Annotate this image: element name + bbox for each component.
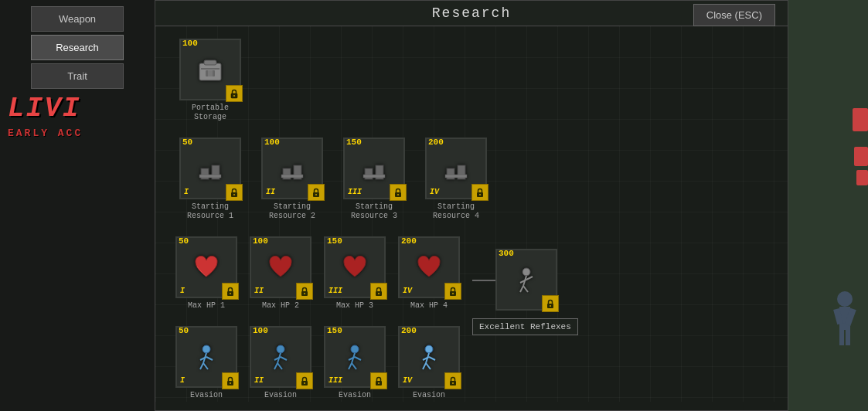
item-evasion-2[interactable]: 100 II xyxy=(250,326,311,400)
evasion-1-icon xyxy=(187,338,226,376)
item-max-hp-3[interactable]: 150 III Max HP 3 xyxy=(324,236,386,311)
item-starting-resource-4[interactable]: 200 IV xyxy=(421,138,491,221)
svg-point-58 xyxy=(304,382,305,384)
weapon-nav-button[interactable]: Weapon xyxy=(31,6,124,32)
item-max-hp-2[interactable]: 100 II Max HP 2 xyxy=(250,236,311,311)
item-card-sr4[interactable]: 200 IV xyxy=(425,138,487,199)
lock-icon-ev4 xyxy=(444,372,461,389)
research-content[interactable]: 100 xyxy=(155,26,788,402)
svg-line-48 xyxy=(206,357,213,360)
item-label-hp4: Max HP 4 xyxy=(410,301,448,311)
item-portable-storage[interactable]: 100 xyxy=(175,39,245,122)
svg-point-67 xyxy=(425,345,433,353)
lock-icon-ev3 xyxy=(370,372,387,389)
lock-icon-ev2 xyxy=(296,372,313,389)
research-title: Research xyxy=(432,5,511,21)
world-detail-3 xyxy=(856,170,868,185)
svg-point-75 xyxy=(837,291,853,307)
world-detail-2 xyxy=(854,147,868,166)
svg-point-35 xyxy=(523,268,530,276)
portable-storage-row: 100 xyxy=(168,39,775,122)
item-card-ev1[interactable]: 50 I xyxy=(175,326,237,388)
item-label-sr4: Starting Resource 4 xyxy=(421,202,491,221)
svg-rect-19 xyxy=(363,175,385,178)
item-label-ev4: Evasion xyxy=(413,391,445,400)
svg-rect-24 xyxy=(445,175,467,178)
svg-point-30 xyxy=(304,293,305,294)
item-card-hp3[interactable]: 150 III xyxy=(324,236,386,298)
lock-icon-reflexes xyxy=(542,295,559,312)
svg-point-51 xyxy=(277,345,284,353)
svg-point-11 xyxy=(233,194,235,195)
connector-hp4-reflexes xyxy=(472,280,495,281)
item-evasion-4[interactable]: 200 IV xyxy=(398,326,460,400)
svg-point-74 xyxy=(452,382,454,384)
right-world-panel xyxy=(787,0,868,411)
item-max-hp-4[interactable]: 200 IV Max HP 4 xyxy=(398,236,460,311)
evasion-3-icon xyxy=(335,338,374,376)
item-card-sr3[interactable]: 150 III xyxy=(343,138,405,199)
item-card-portable-storage[interactable]: 100 xyxy=(179,39,241,100)
item-starting-resource-1[interactable]: 50 I xyxy=(175,138,245,221)
item-evasion-3[interactable]: 150 III xyxy=(324,326,386,400)
svg-rect-2 xyxy=(201,68,220,70)
max-hp-row: 50 I xyxy=(168,236,775,311)
svg-point-59 xyxy=(351,345,359,353)
lock-icon-sr4 xyxy=(471,184,488,201)
svg-line-62 xyxy=(352,363,356,369)
lock-icon-sr2 xyxy=(308,184,325,201)
excellent-reflexes-tooltip: Excellent Reflexes xyxy=(472,318,578,335)
game-title: LIVI xyxy=(0,93,155,124)
svg-rect-80 xyxy=(846,330,850,345)
svg-line-56 xyxy=(281,357,287,360)
world-detail-1 xyxy=(853,108,868,131)
maxhp-3-icon xyxy=(335,248,374,287)
trait-nav-button[interactable]: Trait xyxy=(31,63,124,89)
item-max-hp-1[interactable]: 50 I xyxy=(175,236,237,311)
lock-icon-hp2 xyxy=(296,283,313,300)
svg-point-28 xyxy=(230,293,231,294)
item-card-hp1[interactable]: 50 I xyxy=(175,236,237,298)
svg-line-46 xyxy=(203,363,208,369)
svg-rect-9 xyxy=(199,175,221,178)
item-label-ev1: Evasion xyxy=(190,391,223,400)
svg-point-32 xyxy=(378,293,380,294)
resources-1-icon xyxy=(191,149,230,188)
svg-point-42 xyxy=(550,305,551,307)
svg-point-21 xyxy=(397,194,399,195)
svg-line-70 xyxy=(426,363,431,369)
resources-4-icon xyxy=(437,149,475,188)
research-nav-button[interactable]: Research xyxy=(31,35,124,60)
evasion-4-icon xyxy=(410,338,448,376)
svg-rect-79 xyxy=(839,330,844,345)
item-card-sr2[interactable]: 100 II xyxy=(261,138,323,199)
item-card-sr1[interactable]: 50 I xyxy=(179,138,241,199)
item-label-sr1: Starting Resource 1 xyxy=(175,202,245,221)
maxhp-1-icon xyxy=(187,248,226,287)
item-card-ev4[interactable]: 200 IV xyxy=(398,326,460,388)
item-card-reflexes[interactable]: 300 xyxy=(495,249,557,311)
item-card-ev3[interactable]: 150 III xyxy=(324,326,386,388)
item-card-ev2[interactable]: 100 II xyxy=(250,326,311,388)
svg-rect-4 xyxy=(208,70,213,76)
item-starting-resource-3[interactable]: 150 III xyxy=(339,138,409,221)
svg-line-53 xyxy=(274,363,277,369)
maxhp-2-icon xyxy=(261,248,300,287)
evasion-row: 50 I xyxy=(168,326,775,400)
item-starting-resource-2[interactable]: 100 II xyxy=(257,138,327,221)
svg-line-69 xyxy=(423,363,426,369)
item-card-hp2[interactable]: 100 II xyxy=(250,236,311,298)
svg-point-26 xyxy=(479,194,481,195)
resources-2-icon xyxy=(273,149,311,188)
lock-icon-portable-storage xyxy=(226,85,243,102)
item-label-portable-storage: Portable Storage xyxy=(175,104,245,122)
game-subtitle: EARLY ACC xyxy=(0,124,155,142)
item-card-hp4[interactable]: 200 IV xyxy=(398,236,460,298)
storage-icon xyxy=(191,50,230,89)
left-nav-panel: Weapon Research Trait LIVI EARLY ACC xyxy=(0,0,155,411)
close-button[interactable]: Close (ESC) xyxy=(693,4,775,26)
research-panel: Research Close (ESC) 100 xyxy=(155,0,788,411)
evasion-2-icon xyxy=(261,338,300,376)
item-excellent-reflexes[interactable]: 300 xyxy=(495,249,557,311)
item-evasion-1[interactable]: 50 I xyxy=(175,326,237,400)
